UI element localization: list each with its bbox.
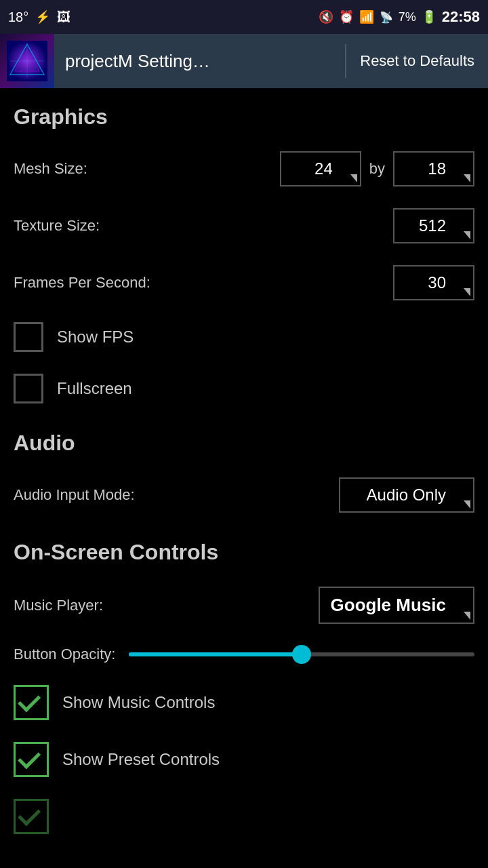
show-preset-controls-row: Show Preset Controls bbox=[14, 731, 474, 788]
status-left: 18° ⚡ 🖼 bbox=[8, 9, 70, 25]
extra-checkbox[interactable] bbox=[14, 799, 49, 834]
music-player-row: Music Player: Google Music bbox=[14, 576, 474, 635]
audio-section-header: Audio bbox=[14, 414, 474, 467]
audio-input-mode-arrow bbox=[464, 500, 470, 509]
texture-size-dropdown[interactable]: 512 bbox=[393, 208, 474, 243]
battery-icon: 🔋 bbox=[422, 9, 436, 24]
fullscreen-checkbox[interactable] bbox=[14, 374, 43, 403]
button-opacity-slider[interactable] bbox=[129, 646, 474, 663]
status-bar: 18° ⚡ 🖼 🔇 ⏰ 📶 📡 7% 🔋 22:58 bbox=[0, 0, 488, 34]
fullscreen-row: Fullscreen bbox=[14, 363, 474, 414]
texture-size-arrow bbox=[464, 231, 470, 239]
onscreen-section-header: On-Screen Controls bbox=[14, 524, 474, 576]
fps-arrow bbox=[464, 288, 470, 296]
signal-icon: 📡 bbox=[380, 11, 393, 24]
status-right: 🔇 ⏰ 📶 📡 7% 🔋 22:58 bbox=[319, 8, 480, 26]
mesh-width-dropdown[interactable]: 24 bbox=[280, 151, 361, 186]
fps-label: Frames Per Second: bbox=[14, 274, 150, 292]
mesh-height-dropdown[interactable]: 18 bbox=[393, 151, 474, 186]
button-opacity-label: Button Opacity: bbox=[14, 646, 115, 663]
app-logo bbox=[0, 34, 54, 88]
mute-icon: 🔇 bbox=[319, 9, 333, 24]
audio-input-mode-label: Audio Input Mode: bbox=[14, 486, 135, 504]
audio-input-mode-dropdown[interactable]: Audio Only bbox=[339, 477, 474, 513]
logo-image bbox=[7, 41, 47, 81]
fullscreen-label: Fullscreen bbox=[57, 379, 132, 398]
mesh-size-label: Mesh Size: bbox=[14, 160, 87, 178]
show-music-controls-label: Show Music Controls bbox=[62, 693, 215, 712]
show-music-controls-checkmark bbox=[18, 689, 41, 712]
app-title: projectM Setting… bbox=[54, 51, 345, 72]
battery-percent: 7% bbox=[399, 10, 416, 24]
reset-button[interactable]: Reset to Defaults bbox=[346, 52, 488, 70]
extra-checkmark bbox=[18, 803, 41, 826]
fps-row: Frames Per Second: 30 bbox=[14, 254, 474, 311]
slider-thumb[interactable] bbox=[292, 645, 311, 664]
audio-input-mode-row: Audio Input Mode: Audio Only bbox=[14, 467, 474, 524]
fps-dropdown[interactable]: 30 bbox=[393, 265, 474, 300]
photo-icon: 🖼 bbox=[57, 9, 70, 25]
button-opacity-row: Button Opacity: bbox=[14, 635, 474, 674]
music-player-label: Music Player: bbox=[14, 597, 103, 614]
music-player-dropdown[interactable]: Google Music bbox=[319, 587, 474, 624]
texture-size-label: Texture Size: bbox=[14, 217, 100, 235]
show-fps-row: Show FPS bbox=[14, 311, 474, 363]
show-fps-label: Show FPS bbox=[57, 328, 134, 347]
graphics-section-header: Graphics bbox=[14, 88, 474, 140]
show-fps-checkbox[interactable] bbox=[14, 322, 43, 352]
mesh-size-row: Mesh Size: 24 by 18 bbox=[14, 140, 474, 197]
time: 22:58 bbox=[442, 8, 480, 26]
music-player-arrow bbox=[464, 612, 470, 620]
app-bar: projectM Setting… Reset to Defaults bbox=[0, 34, 488, 88]
alarm-icon: ⏰ bbox=[339, 9, 354, 24]
show-music-controls-row: Show Music Controls bbox=[14, 674, 474, 731]
show-music-controls-checkbox[interactable] bbox=[14, 685, 49, 720]
slider-fill bbox=[129, 652, 302, 656]
wifi-icon: 📶 bbox=[359, 9, 374, 24]
mesh-size-controls: 24 by 18 bbox=[280, 151, 474, 186]
mesh-height-arrow bbox=[464, 174, 470, 182]
usb-icon: ⚡ bbox=[35, 9, 50, 24]
texture-size-row: Texture Size: 512 bbox=[14, 197, 474, 254]
mesh-by-label: by bbox=[369, 160, 385, 178]
temperature: 18° bbox=[8, 9, 28, 25]
slider-track bbox=[129, 652, 474, 656]
settings-content: Graphics Mesh Size: 24 by 18 Texture Siz… bbox=[0, 88, 488, 845]
show-preset-controls-label: Show Preset Controls bbox=[62, 750, 220, 769]
show-preset-controls-checkmark bbox=[18, 746, 41, 769]
extra-checkbox-row bbox=[14, 788, 474, 845]
mesh-width-arrow bbox=[350, 174, 357, 182]
show-preset-controls-checkbox[interactable] bbox=[14, 742, 49, 777]
